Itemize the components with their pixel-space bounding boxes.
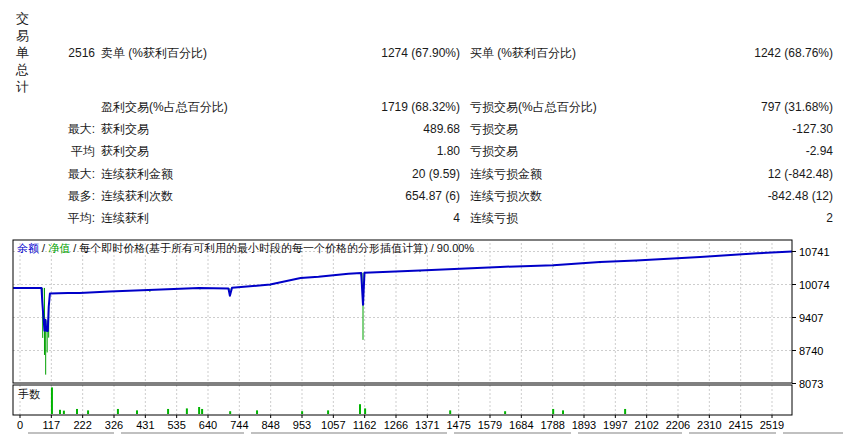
x-axis-label: 1475	[446, 419, 470, 431]
x-axis-label: 744	[230, 419, 248, 431]
x-axis-label: 848	[261, 419, 279, 431]
x-axis-label: 2519	[760, 419, 784, 431]
legend-separator: /	[39, 242, 48, 254]
y-axis-label: 8740	[799, 345, 823, 357]
x-axis-label: 640	[199, 419, 217, 431]
lots-panel-frame	[13, 385, 792, 415]
x-axis-label: 2415	[728, 419, 752, 431]
legend-separator: /	[428, 242, 437, 254]
x-axis-label: 1057	[321, 419, 345, 431]
x-axis-label: 2310	[697, 419, 721, 431]
chart-legend: 余额 / 净值 / 每个即时价格(基于所有可利用的最小时段的每一个价格的分形插值…	[17, 242, 474, 254]
y-axis-label: 10741	[799, 246, 830, 258]
x-axis-label: 1788	[540, 419, 564, 431]
main-chart-frame	[13, 240, 792, 383]
x-axis-label: 0	[17, 419, 23, 431]
x-axis-label: 431	[136, 419, 154, 431]
x-axis-label: 1997	[603, 419, 627, 431]
legend-separator: /	[70, 242, 79, 254]
modelling-quality-value: 90.00%	[437, 242, 474, 254]
x-axis-label: 1893	[572, 419, 596, 431]
equity-curve-chart: 1074110074940787408073011722232643153564…	[0, 0, 844, 440]
x-axis-label: 1162	[353, 419, 377, 431]
x-axis-label: 222	[73, 419, 91, 431]
equity-legend-label: 净值	[48, 242, 70, 254]
y-axis-label: 8073	[799, 378, 823, 390]
x-axis-label: 117	[43, 419, 61, 431]
x-axis-label: 535	[167, 419, 185, 431]
x-axis-label: 1266	[384, 419, 408, 431]
lots-panel-label: 手数	[18, 387, 40, 402]
x-axis-label: 1371	[415, 419, 439, 431]
x-axis-label: 1579	[478, 419, 502, 431]
model-description-label: 每个即时价格(基于所有可利用的最小时段的每一个价格的分形插值计算)	[79, 242, 427, 254]
x-axis-label: 2102	[634, 419, 658, 431]
balance-line	[13, 252, 792, 332]
x-axis-label: 1684	[509, 419, 533, 431]
x-axis-label: 2206	[666, 419, 690, 431]
x-axis-label: 953	[293, 419, 311, 431]
x-axis-label: 326	[105, 419, 123, 431]
balance-legend-label: 余额	[17, 242, 39, 254]
y-axis-label: 10074	[799, 279, 830, 291]
y-axis-label: 9407	[799, 312, 823, 324]
